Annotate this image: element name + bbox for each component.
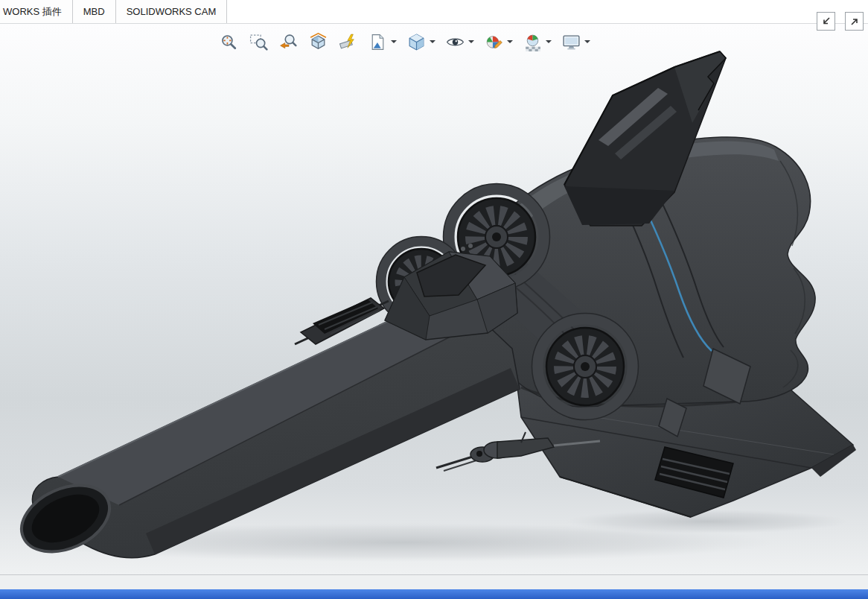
dynamic-annotation-views-icon xyxy=(338,32,358,52)
statusbar-strip xyxy=(0,574,868,589)
collapse-arrow-icon xyxy=(820,15,833,28)
zoom-to-fit-icon xyxy=(219,32,239,52)
edit-appearance-button[interactable] xyxy=(482,30,514,54)
section-view-icon xyxy=(308,32,328,52)
zoom-to-area-icon xyxy=(249,32,269,52)
tab-label: WORKS 插件 xyxy=(3,6,62,17)
dropdown-caret[interactable] xyxy=(507,40,513,43)
collapse-pane-right-button[interactable] xyxy=(845,12,864,31)
dropdown-caret[interactable] xyxy=(584,40,590,43)
graphics-area[interactable] xyxy=(0,24,868,574)
display-style-icon xyxy=(368,32,388,52)
previous-view-button[interactable] xyxy=(277,30,300,54)
apply-scene-icon xyxy=(523,32,543,52)
dropdown-caret[interactable] xyxy=(468,40,474,43)
pane-controls xyxy=(817,12,864,31)
heads-up-toolbar xyxy=(217,30,592,54)
zoom-to-fit-button[interactable] xyxy=(217,30,240,54)
monitor-icon xyxy=(561,32,581,52)
engine-intake-lower xyxy=(532,314,639,420)
previous-view-icon xyxy=(278,32,299,52)
collapse-arrow-icon xyxy=(848,15,861,28)
view-settings-button[interactable] xyxy=(560,30,592,54)
view-orientation-button[interactable] xyxy=(405,30,437,54)
solidworks-window: WORKS 插件 MBD SOLIDWORKS CAM xyxy=(0,0,868,599)
tab-mbd[interactable]: MBD xyxy=(73,0,116,23)
eye-icon xyxy=(445,32,465,52)
dropdown-caret[interactable] xyxy=(546,40,552,43)
apply-scene-button[interactable] xyxy=(521,30,553,54)
taskbar-strip[interactable] xyxy=(0,589,868,599)
commandmanager-tab-bar: WORKS 插件 MBD SOLIDWORKS CAM xyxy=(0,0,868,24)
display-style-button[interactable] xyxy=(366,30,398,54)
dynamic-annotation-views-button[interactable] xyxy=(336,30,360,54)
edit-appearance-icon xyxy=(484,32,504,52)
view-orientation-icon xyxy=(406,32,427,52)
model-3d-spacecraft[interactable] xyxy=(0,24,868,574)
hide-show-items-button[interactable] xyxy=(444,30,476,54)
collapse-pane-left-button[interactable] xyxy=(817,12,835,31)
tab-label: MBD xyxy=(83,6,105,17)
section-view-button[interactable] xyxy=(307,30,330,54)
tab-label: SOLIDWORKS CAM xyxy=(127,6,217,17)
dropdown-caret[interactable] xyxy=(430,40,435,43)
zoom-to-area-button[interactable] xyxy=(247,30,270,54)
tab-solidworks-cam[interactable]: SOLIDWORKS CAM xyxy=(116,0,228,23)
tab-solidworks-addins[interactable]: WORKS 插件 xyxy=(0,0,73,23)
dropdown-caret[interactable] xyxy=(391,40,397,43)
